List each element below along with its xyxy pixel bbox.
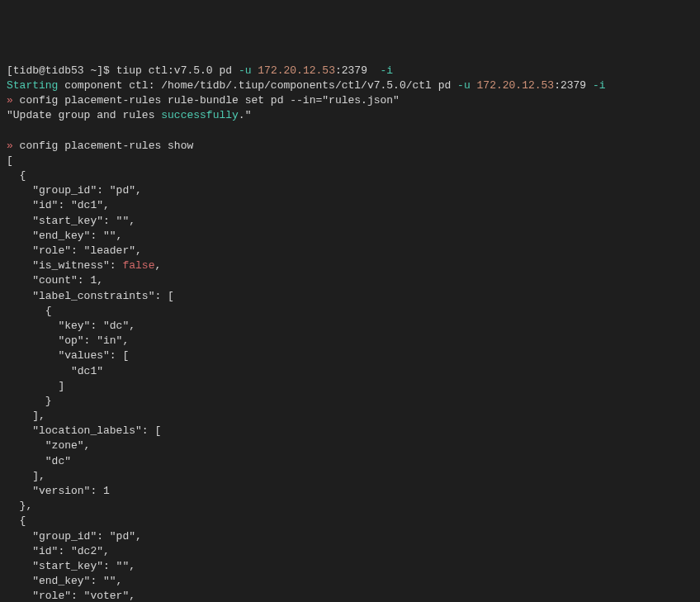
blank-line xyxy=(7,124,693,139)
json-output-block: [ { "group_id": "pd", "id": "dc1", "star… xyxy=(7,154,693,602)
cmd2-arrow: » xyxy=(7,140,13,152)
json-line: "id": "dc1", xyxy=(7,198,693,213)
json-line: "role": "voter", xyxy=(7,589,693,602)
starting-flag-i: -i xyxy=(593,79,606,92)
json-line: "role": "leader", xyxy=(7,244,693,258)
result1-success: successfully xyxy=(161,109,239,121)
starting-port: :2379 xyxy=(554,79,593,92)
json-line: ], xyxy=(7,469,693,484)
json-line: "group_id": "pd", xyxy=(7,183,693,198)
json-line: } xyxy=(7,394,693,409)
prompt-command: tiup ctl:v7.5.0 pd xyxy=(116,64,232,77)
json-line: "dc" xyxy=(7,454,693,469)
json-text: , xyxy=(154,259,161,272)
json-text: "is_witness": xyxy=(7,259,122,272)
cmd1-arrow: » xyxy=(7,94,13,107)
result1-line: "Update group and rules successfully." xyxy=(7,108,693,123)
json-line: "label_constraints": [ xyxy=(7,289,693,304)
cmd2-text: config placement-rules show xyxy=(13,140,193,152)
starting-line: Starting component ctl: /home/tidb/.tiup… xyxy=(7,78,693,93)
result1-suffix: ." xyxy=(239,109,252,121)
json-line: { xyxy=(7,514,693,529)
flag-u: -u xyxy=(239,64,252,77)
starting-flag-u: -u xyxy=(457,79,471,92)
cmd2-line: » config placement-rules show xyxy=(7,139,693,154)
json-line: "version": 1 xyxy=(7,484,693,499)
json-line: "dc1" xyxy=(7,364,693,379)
result1-prefix: "Update group and rules xyxy=(7,109,161,121)
json-line: "location_labels": [ xyxy=(7,424,693,438)
json-line: "group_id": "pd", xyxy=(7,529,693,544)
json-line: "zone", xyxy=(7,438,693,453)
cmd1-text: config placement-rules rule-bundle set p… xyxy=(13,94,400,107)
json-line: "id": "dc2", xyxy=(7,544,693,559)
cmd1-line: » config placement-rules rule-bundle set… xyxy=(7,93,693,108)
json-line: "count": 1, xyxy=(7,273,693,288)
terminal-output[interactable]: [tidb@tidb53 ~]$ tiup ctl:v7.5.0 pd -u 1… xyxy=(7,64,693,602)
prompt-ip: 172.20.12.53 xyxy=(258,64,335,77)
json-line: "key": "dc", xyxy=(7,319,693,334)
json-line: "values": [ xyxy=(7,348,693,363)
false-keyword: false xyxy=(122,259,154,272)
flag-i: -i xyxy=(381,64,394,77)
prompt-user-host: [tidb@tidb53 ~]$ xyxy=(7,64,110,77)
starting-label: Starting xyxy=(7,79,58,92)
json-line: "is_witness": false, xyxy=(7,258,693,273)
json-line: }, xyxy=(7,499,693,514)
json-line: { xyxy=(7,304,693,319)
json-line: [ xyxy=(7,154,693,168)
json-line: "start_key": "", xyxy=(7,214,693,229)
json-line: { xyxy=(7,168,693,183)
starting-rest: component ctl: /home/tidb/.tiup/componen… xyxy=(58,79,457,92)
json-line: ] xyxy=(7,379,693,394)
starting-ip: 172.20.12.53 xyxy=(477,79,555,92)
prompt-line: [tidb@tidb53 ~]$ tiup ctl:v7.5.0 pd -u 1… xyxy=(7,64,693,78)
prompt-port: :2379 xyxy=(335,64,367,77)
json-line: "op": "in", xyxy=(7,334,693,348)
json-line: "end_key": "", xyxy=(7,229,693,244)
json-line: "end_key": "", xyxy=(7,574,693,589)
json-line: "start_key": "", xyxy=(7,559,693,574)
json-line: ], xyxy=(7,409,693,424)
